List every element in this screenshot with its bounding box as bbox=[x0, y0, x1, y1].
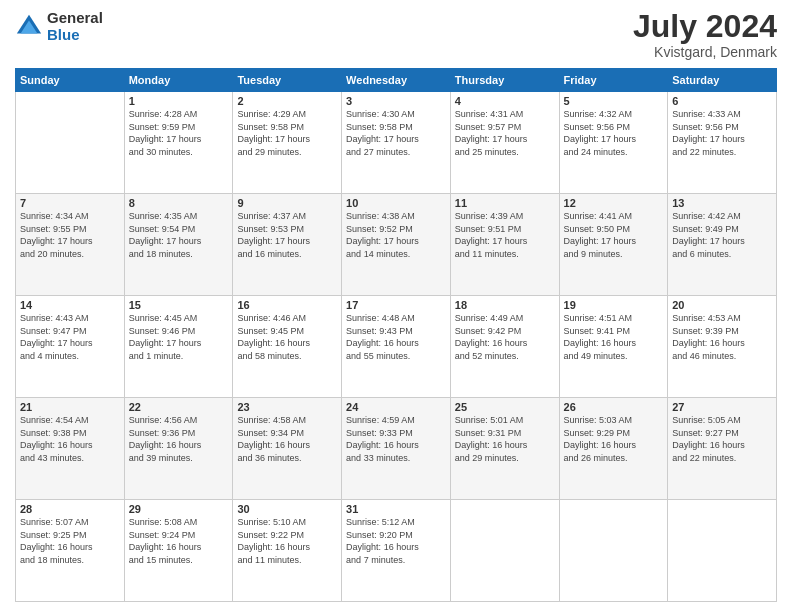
day-number: 11 bbox=[455, 197, 555, 209]
day-number: 9 bbox=[237, 197, 337, 209]
calendar-cell: 11Sunrise: 4:39 AMSunset: 9:51 PMDayligh… bbox=[450, 194, 559, 296]
calendar-header-row: Sunday Monday Tuesday Wednesday Thursday… bbox=[16, 69, 777, 92]
cell-info: Sunset: 9:22 PM bbox=[237, 529, 337, 542]
cell-info: Daylight: 17 hours bbox=[237, 133, 337, 146]
day-number: 29 bbox=[129, 503, 229, 515]
cell-info: Daylight: 17 hours bbox=[129, 337, 229, 350]
calendar-cell: 30Sunrise: 5:10 AMSunset: 9:22 PMDayligh… bbox=[233, 500, 342, 602]
cell-info: Sunrise: 4:56 AM bbox=[129, 414, 229, 427]
cell-info: Sunset: 9:55 PM bbox=[20, 223, 120, 236]
cell-info: Sunrise: 5:05 AM bbox=[672, 414, 772, 427]
cell-info: Daylight: 16 hours bbox=[564, 337, 664, 350]
cell-info: and 30 minutes. bbox=[129, 146, 229, 159]
cell-info: and 6 minutes. bbox=[672, 248, 772, 261]
calendar-cell: 15Sunrise: 4:45 AMSunset: 9:46 PMDayligh… bbox=[124, 296, 233, 398]
cell-info: Sunrise: 5:08 AM bbox=[129, 516, 229, 529]
cell-info: Daylight: 16 hours bbox=[672, 439, 772, 452]
cell-info: and 46 minutes. bbox=[672, 350, 772, 363]
calendar-cell bbox=[450, 500, 559, 602]
cell-info: Sunset: 9:38 PM bbox=[20, 427, 120, 440]
cell-info: and 1 minute. bbox=[129, 350, 229, 363]
cell-info: Sunset: 9:58 PM bbox=[346, 121, 446, 134]
cell-info: Sunrise: 4:35 AM bbox=[129, 210, 229, 223]
cell-info: Sunset: 9:51 PM bbox=[455, 223, 555, 236]
cell-info: Sunset: 9:31 PM bbox=[455, 427, 555, 440]
cell-info: and 27 minutes. bbox=[346, 146, 446, 159]
cell-info: Sunrise: 4:29 AM bbox=[237, 108, 337, 121]
calendar-week-5: 28Sunrise: 5:07 AMSunset: 9:25 PMDayligh… bbox=[16, 500, 777, 602]
calendar-cell: 9Sunrise: 4:37 AMSunset: 9:53 PMDaylight… bbox=[233, 194, 342, 296]
day-number: 18 bbox=[455, 299, 555, 311]
cell-info: Sunset: 9:59 PM bbox=[129, 121, 229, 134]
day-number: 14 bbox=[20, 299, 120, 311]
cell-info: Sunrise: 4:53 AM bbox=[672, 312, 772, 325]
cell-info: and 39 minutes. bbox=[129, 452, 229, 465]
calendar-cell bbox=[668, 500, 777, 602]
cell-info: Sunrise: 4:31 AM bbox=[455, 108, 555, 121]
cell-info: Daylight: 17 hours bbox=[20, 235, 120, 248]
day-number: 31 bbox=[346, 503, 446, 515]
cell-info: Daylight: 16 hours bbox=[20, 541, 120, 554]
cell-info: Sunrise: 5:01 AM bbox=[455, 414, 555, 427]
calendar-cell: 31Sunrise: 5:12 AMSunset: 9:20 PMDayligh… bbox=[342, 500, 451, 602]
cell-info: Daylight: 16 hours bbox=[20, 439, 120, 452]
cell-info: Daylight: 16 hours bbox=[672, 337, 772, 350]
calendar-cell: 23Sunrise: 4:58 AMSunset: 9:34 PMDayligh… bbox=[233, 398, 342, 500]
day-number: 30 bbox=[237, 503, 337, 515]
cell-info: Sunset: 9:46 PM bbox=[129, 325, 229, 338]
cell-info: and 9 minutes. bbox=[564, 248, 664, 261]
cell-info: Sunset: 9:29 PM bbox=[564, 427, 664, 440]
location: Kvistgard, Denmark bbox=[633, 44, 777, 60]
cell-info: Sunset: 9:34 PM bbox=[237, 427, 337, 440]
day-number: 17 bbox=[346, 299, 446, 311]
cell-info: and 7 minutes. bbox=[346, 554, 446, 567]
col-sunday: Sunday bbox=[16, 69, 125, 92]
cell-info: and 33 minutes. bbox=[346, 452, 446, 465]
calendar-cell: 29Sunrise: 5:08 AMSunset: 9:24 PMDayligh… bbox=[124, 500, 233, 602]
cell-info: Sunset: 9:24 PM bbox=[129, 529, 229, 542]
cell-info: Sunset: 9:58 PM bbox=[237, 121, 337, 134]
col-friday: Friday bbox=[559, 69, 668, 92]
cell-info: Daylight: 16 hours bbox=[455, 337, 555, 350]
cell-info: Daylight: 17 hours bbox=[564, 133, 664, 146]
cell-info: Daylight: 17 hours bbox=[672, 235, 772, 248]
calendar-cell: 4Sunrise: 4:31 AMSunset: 9:57 PMDaylight… bbox=[450, 92, 559, 194]
cell-info: Sunset: 9:33 PM bbox=[346, 427, 446, 440]
cell-info: Sunrise: 4:58 AM bbox=[237, 414, 337, 427]
cell-info: Sunrise: 4:33 AM bbox=[672, 108, 772, 121]
cell-info: Daylight: 16 hours bbox=[346, 439, 446, 452]
cell-info: Sunrise: 4:30 AM bbox=[346, 108, 446, 121]
cell-info: and 11 minutes. bbox=[455, 248, 555, 261]
cell-info: Sunrise: 4:37 AM bbox=[237, 210, 337, 223]
cell-info: and 36 minutes. bbox=[237, 452, 337, 465]
day-number: 19 bbox=[564, 299, 664, 311]
logo-icon bbox=[15, 13, 43, 41]
cell-info: and 22 minutes. bbox=[672, 146, 772, 159]
calendar-cell: 19Sunrise: 4:51 AMSunset: 9:41 PMDayligh… bbox=[559, 296, 668, 398]
cell-info: Sunrise: 5:10 AM bbox=[237, 516, 337, 529]
calendar-week-4: 21Sunrise: 4:54 AMSunset: 9:38 PMDayligh… bbox=[16, 398, 777, 500]
cell-info: and 20 minutes. bbox=[20, 248, 120, 261]
cell-info: Sunrise: 4:51 AM bbox=[564, 312, 664, 325]
calendar-cell: 16Sunrise: 4:46 AMSunset: 9:45 PMDayligh… bbox=[233, 296, 342, 398]
day-number: 8 bbox=[129, 197, 229, 209]
calendar-week-2: 7Sunrise: 4:34 AMSunset: 9:55 PMDaylight… bbox=[16, 194, 777, 296]
day-number: 28 bbox=[20, 503, 120, 515]
day-number: 21 bbox=[20, 401, 120, 413]
cell-info: Sunset: 9:42 PM bbox=[455, 325, 555, 338]
cell-info: Sunset: 9:50 PM bbox=[564, 223, 664, 236]
col-wednesday: Wednesday bbox=[342, 69, 451, 92]
cell-info: Sunset: 9:47 PM bbox=[20, 325, 120, 338]
cell-info: and 49 minutes. bbox=[564, 350, 664, 363]
cell-info: Daylight: 16 hours bbox=[564, 439, 664, 452]
calendar-table: Sunday Monday Tuesday Wednesday Thursday… bbox=[15, 68, 777, 602]
day-number: 27 bbox=[672, 401, 772, 413]
cell-info: Sunrise: 4:38 AM bbox=[346, 210, 446, 223]
cell-info: Sunset: 9:43 PM bbox=[346, 325, 446, 338]
calendar-cell: 2Sunrise: 4:29 AMSunset: 9:58 PMDaylight… bbox=[233, 92, 342, 194]
cell-info: Daylight: 16 hours bbox=[129, 541, 229, 554]
col-monday: Monday bbox=[124, 69, 233, 92]
col-thursday: Thursday bbox=[450, 69, 559, 92]
day-number: 4 bbox=[455, 95, 555, 107]
cell-info: Sunrise: 4:42 AM bbox=[672, 210, 772, 223]
